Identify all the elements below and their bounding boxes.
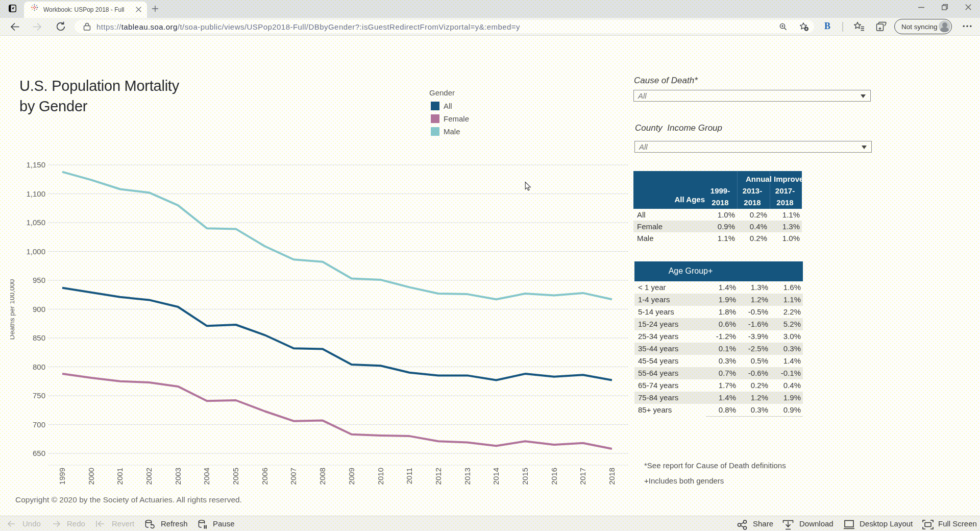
svg-text:2016: 2016 [550, 468, 558, 485]
svg-text:2013: 2013 [463, 468, 472, 485]
svg-text:1999: 1999 [58, 468, 66, 485]
svg-text:2003: 2003 [174, 468, 182, 485]
svg-text:2005: 2005 [231, 468, 240, 485]
svg-text:1,150: 1,150 [26, 160, 45, 169]
svg-text:2002: 2002 [144, 468, 153, 485]
svg-text:2018: 2018 [607, 468, 616, 485]
svg-text:1,000: 1,000 [26, 247, 45, 256]
svg-text:800: 800 [33, 363, 45, 371]
svg-text:2015: 2015 [521, 468, 529, 485]
svg-text:900: 900 [33, 305, 45, 313]
svg-text:2001: 2001 [115, 468, 124, 485]
svg-text:2017: 2017 [578, 468, 587, 485]
svg-text:2010: 2010 [376, 468, 385, 485]
svg-text:750: 750 [33, 391, 45, 400]
svg-text:2000: 2000 [87, 468, 95, 485]
svg-text:850: 850 [33, 333, 45, 342]
svg-text:700: 700 [33, 420, 45, 429]
svg-text:2006: 2006 [260, 468, 269, 485]
svg-text:Deaths per 100,000: Deaths per 100,000 [10, 279, 16, 340]
svg-text:2014: 2014 [492, 468, 500, 485]
svg-text:1,100: 1,100 [26, 189, 45, 198]
svg-text:650: 650 [33, 449, 45, 457]
svg-text:2008: 2008 [318, 468, 327, 485]
svg-text:950: 950 [33, 276, 45, 284]
svg-text:2012: 2012 [434, 468, 443, 485]
svg-text:2011: 2011 [405, 468, 413, 484]
svg-text:2004: 2004 [202, 468, 211, 485]
svg-text:1,050: 1,050 [26, 218, 45, 227]
svg-text:2009: 2009 [347, 468, 356, 485]
svg-text:2007: 2007 [289, 468, 298, 485]
